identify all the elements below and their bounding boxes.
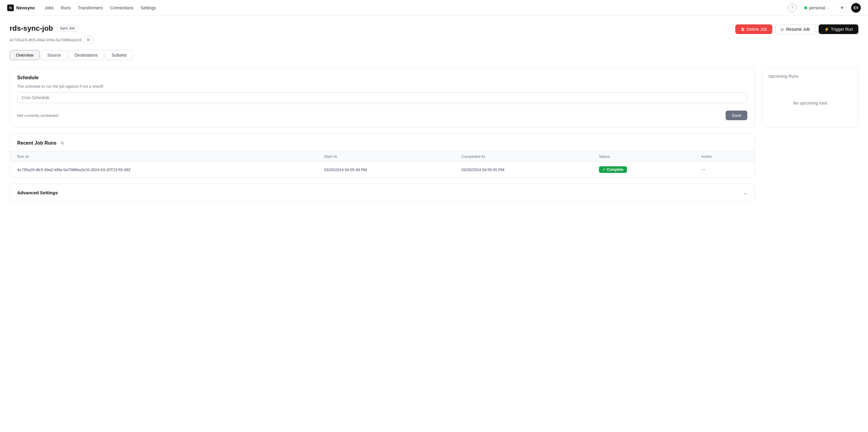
nav-settings[interactable]: Settings: [141, 5, 156, 10]
main-layout: Schedule The schedule to run the job aga…: [10, 67, 858, 202]
col-run-id: Run Id: [10, 151, 317, 162]
delete-icon: 🗑: [741, 27, 745, 32]
cell-action: →: [694, 162, 754, 177]
advanced-settings-title: Advanced Settings: [17, 190, 58, 195]
trigger-icon: ⚡: [824, 27, 829, 32]
runs-header: Recent Job Runs ↻: [10, 134, 754, 151]
tab-overview[interactable]: Overview: [10, 50, 40, 60]
runs-table-body: 4c735a19-dfc5-49a2-b5fa-5a70886a2e10-202…: [10, 162, 754, 177]
delete-job-button[interactable]: 🗑 Delete Job: [735, 24, 772, 34]
runs-table-head: Run Id Start At Completed At Status Acti…: [10, 151, 754, 162]
page-title-row: rds-sync-job Sync Job: [10, 24, 93, 32]
page-header: rds-sync-job Sync Job 4c735a19-dfc5-49a2…: [10, 24, 858, 44]
copy-id-button[interactable]: ⧉: [84, 35, 93, 44]
upcoming-runs-title: Upcoming Runs: [768, 74, 852, 79]
not-scheduled-label: Not currently scheduled: [17, 113, 58, 118]
workspace-status-dot: [804, 6, 807, 9]
col-completed-at: Completed At: [454, 151, 591, 162]
page-title: rds-sync-job: [10, 24, 53, 32]
refresh-icon[interactable]: ↻: [60, 140, 66, 146]
trigger-run-button[interactable]: ⚡ Trigger Run: [819, 24, 858, 34]
workspace-chevron-icon: ⌄: [827, 6, 830, 9]
nav-connections[interactable]: Connections: [110, 5, 134, 10]
col-status: Status: [592, 151, 694, 162]
schedule-description: The schedule to run the job against if n…: [17, 84, 747, 89]
page-content: rds-sync-job Sync Job 4c735a19-dfc5-49a2…: [0, 16, 868, 210]
job-id: 4c735a19-dfc5-49a2-b5fa-5a70886a2e10: [10, 38, 82, 42]
table-row: 4c735a19-dfc5-49a2-b5fa-5a70886a2e10-202…: [10, 162, 754, 177]
nav-transformers[interactable]: Transformers: [78, 5, 103, 10]
workspace-name: personal: [809, 5, 825, 10]
recent-runs-card: Recent Job Runs ↻ Run Id Start At Comple…: [10, 134, 755, 177]
advanced-settings-card[interactable]: Advanced Settings ⌄: [10, 183, 755, 202]
main-right: Upcoming Runs No upcoming runs: [762, 67, 858, 128]
check-icon: ✓: [602, 168, 606, 172]
col-action: Action: [694, 151, 754, 162]
col-start-at: Start At: [317, 151, 454, 162]
resume-label: Resume Job: [786, 27, 810, 32]
runs-table: Run Id Start At Completed At Status Acti…: [10, 151, 754, 177]
logo[interactable]: N Neosync: [7, 4, 35, 11]
main-left: Schedule The schedule to run the job aga…: [10, 67, 755, 202]
schedule-card: Schedule The schedule to run the job aga…: [10, 67, 755, 128]
cell-completed-at: 03/20/2024 04:55:50 PM: [454, 162, 591, 177]
nav-right: ? personal ⌄ ☀ EV: [788, 3, 861, 13]
status-badge: ✓ Complete: [599, 166, 627, 173]
cell-run-id: 4c735a19-dfc5-49a2-b5fa-5a70886a2e10-202…: [10, 162, 317, 177]
logo-icon: N: [7, 4, 14, 11]
logo-text: Neosync: [16, 5, 35, 10]
delete-label: Delete Job: [747, 27, 767, 32]
schedule-title: Schedule: [17, 75, 747, 81]
tabs: Overview Source Destinations Subsets: [10, 50, 858, 60]
no-upcoming-message: No upcoming runs: [768, 85, 852, 121]
resume-icon: ▷: [781, 27, 784, 32]
tab-source[interactable]: Source: [41, 50, 67, 60]
status-label: Complete: [607, 168, 624, 172]
tab-subsets[interactable]: Subsets: [105, 50, 133, 60]
help-button[interactable]: ?: [788, 4, 796, 12]
nav-runs[interactable]: Runs: [61, 5, 71, 10]
page-id-row: 4c735a19-dfc5-49a2-b5fa-5a70886a2e10 ⧉: [10, 35, 93, 44]
theme-toggle-button[interactable]: ☀: [837, 3, 846, 12]
upcoming-runs-card: Upcoming Runs No upcoming runs: [762, 67, 858, 128]
save-schedule-button[interactable]: Save: [726, 111, 747, 120]
avatar[interactable]: EV: [851, 3, 861, 13]
advanced-settings-chevron-icon: ⌄: [743, 190, 747, 196]
tab-destinations[interactable]: Destinations: [68, 50, 104, 60]
schedule-footer: Not currently scheduled Save: [17, 108, 747, 120]
nav-links: Jobs Runs Transformers Connections Setti…: [45, 5, 156, 10]
resume-job-button[interactable]: ▷ Resume Job: [775, 24, 816, 34]
cron-schedule-input[interactable]: [17, 92, 747, 103]
trigger-label: Trigger Run: [831, 27, 853, 32]
run-action-button[interactable]: →: [701, 167, 706, 172]
workspace-selector[interactable]: personal ⌄: [801, 4, 833, 11]
header-actions: 🗑 Delete Job ▷ Resume Job ⚡ Trigger Run: [735, 24, 858, 34]
cell-status: ✓ Complete: [592, 162, 694, 177]
topnav: N Neosync Jobs Runs Transformers Connect…: [0, 0, 868, 16]
cell-start-at: 03/20/2024 04:55:49 PM: [317, 162, 454, 177]
page-title-area: rds-sync-job Sync Job 4c735a19-dfc5-49a2…: [10, 24, 93, 44]
nav-jobs[interactable]: Jobs: [45, 5, 54, 10]
sync-job-badge: Sync Job: [57, 25, 78, 32]
runs-title: Recent Job Runs: [17, 140, 57, 146]
